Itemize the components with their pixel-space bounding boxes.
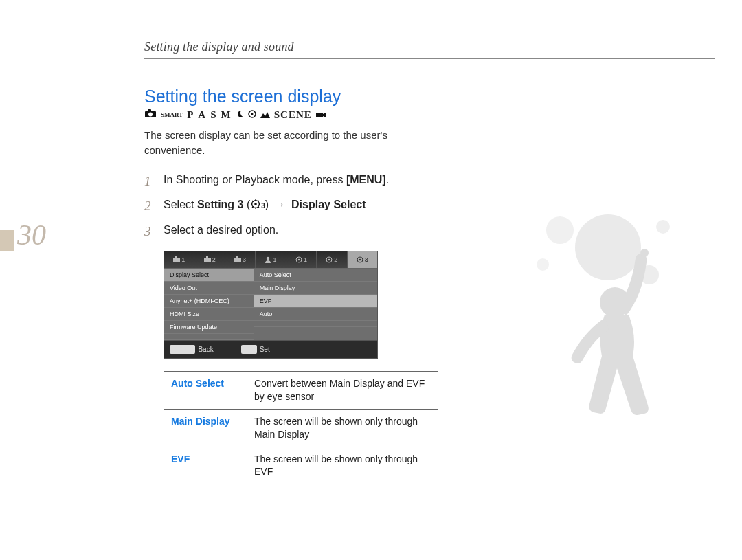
desc-cell: Convert between Main Display and EVF by …	[247, 372, 438, 410]
closeup-icon	[248, 109, 256, 121]
step-3: 3 Select a desired option.	[144, 222, 440, 242]
footer-back: MENUBack	[170, 345, 214, 354]
menu-button-ref: [MENU]	[346, 174, 386, 186]
camera-menu-tabs: 1 2 3 1 1 2 3	[164, 251, 377, 269]
menu-item: HDMI Size	[164, 308, 254, 321]
svg-point-32	[537, 258, 549, 271]
definition-table: Auto Select Convert between Main Display…	[164, 371, 438, 484]
svg-rect-16	[173, 258, 180, 262]
mode-a: A	[198, 109, 206, 121]
svg-rect-1	[148, 109, 151, 112]
svg-point-29	[575, 214, 641, 280]
camera-menu-right-col: Auto Select Main Display EVF Auto	[254, 269, 377, 340]
camera-menu-footer: MENUBack OKSet	[164, 340, 377, 358]
movie-icon	[316, 109, 326, 121]
child-silhouette-illustration	[471, 199, 718, 488]
mode-row: SMART P A S M SCENE	[144, 109, 440, 121]
tab-camera-2: 2	[194, 251, 225, 268]
desc-cell: The screen will be shown only through EV…	[247, 447, 438, 484]
camera-menu-body: Display Select Video Out Anynet+ (HDMI-C…	[164, 269, 377, 340]
steps-list: 1 In Shooting or Playback mode, press [M…	[144, 172, 440, 242]
svg-point-22	[267, 257, 269, 260]
tab-gear-1: 1	[286, 251, 317, 268]
tab-gear-3: 3	[348, 251, 377, 268]
svg-rect-19	[206, 256, 208, 258]
svg-point-30	[546, 216, 574, 244]
step-text: Select Setting 3 (3) → Display Select	[164, 197, 366, 216]
menu-item: Anynet+ (HDMI-CEC)	[164, 295, 254, 308]
menu-item	[164, 334, 254, 340]
mode-scene-label: SCENE	[274, 109, 312, 121]
svg-point-2	[148, 113, 153, 117]
term-cell: Auto Select	[164, 372, 247, 410]
menu-value	[254, 327, 377, 333]
table-row: Auto Select Convert between Main Display…	[164, 372, 438, 410]
menu-value: Main Display	[254, 282, 377, 295]
svg-rect-18	[204, 258, 211, 262]
svg-point-7	[254, 203, 257, 205]
svg-point-28	[359, 259, 361, 260]
svg-point-33	[640, 265, 659, 284]
svg-point-4	[251, 113, 253, 115]
step-number: 3	[144, 222, 155, 242]
tab-user-1: 1	[256, 251, 286, 268]
tab-camera-3: 3	[225, 251, 256, 268]
svg-point-34	[600, 287, 630, 317]
svg-point-31	[656, 220, 670, 234]
menu-item: Display Select	[164, 269, 254, 282]
svg-rect-5	[316, 113, 323, 117]
menu-item: Firmware Update	[164, 321, 254, 334]
page-number: 30	[17, 219, 46, 251]
menu-value	[254, 321, 377, 327]
term-cell: Main Display	[164, 409, 247, 447]
mode-m: M	[221, 109, 232, 121]
step-number: 2	[144, 197, 155, 216]
footer-set: OKSet	[241, 345, 270, 354]
mode-smart-label: SMART	[161, 111, 183, 118]
camera-smart-icon	[144, 109, 157, 121]
svg-point-35	[640, 249, 649, 257]
mode-p: P	[187, 109, 194, 121]
night-icon	[236, 109, 244, 121]
step-1: 1 In Shooting or Playback mode, press [M…	[144, 172, 440, 192]
menu-button-icon: MENU	[170, 345, 195, 354]
tab-gear-2: 2	[317, 251, 347, 268]
manual-page: 30 Setting the display and sound Setting…	[0, 0, 742, 560]
menu-value: EVF	[254, 295, 377, 308]
svg-rect-20	[234, 258, 241, 262]
mode-s: S	[210, 109, 216, 121]
intro-text: The screen display can be set according …	[144, 128, 440, 158]
step-2: 2 Select Setting 3 (3) → Display Select	[144, 197, 440, 216]
page-title: Setting the screen display	[144, 87, 440, 107]
camera-menu-screenshot: 1 2 3 1 1 2 3 Display Select Video Out A…	[164, 251, 378, 359]
section-tab	[0, 230, 14, 251]
desc-cell: The screen will be shown only through Ma…	[247, 409, 438, 447]
arrow-right-icon: →	[275, 199, 286, 210]
svg-rect-17	[175, 256, 177, 258]
header-rule	[144, 58, 715, 59]
svg-point-26	[328, 259, 330, 260]
svg-point-24	[298, 259, 300, 260]
term-cell: EVF	[164, 447, 247, 484]
step-number: 1	[144, 172, 155, 192]
svg-rect-21	[236, 256, 238, 258]
tab-camera-1: 1	[164, 251, 194, 268]
table-row: Main Display The screen will be shown on…	[164, 409, 438, 447]
camera-menu-left-col: Display Select Video Out Anynet+ (HDMI-C…	[164, 269, 254, 340]
landscape-icon	[260, 109, 270, 121]
menu-item: Video Out	[164, 282, 254, 295]
table-row: EVF The screen will be shown only throug…	[164, 447, 438, 484]
ok-button-icon: OK	[241, 345, 257, 354]
menu-value: Auto Select	[254, 269, 377, 282]
section-header: Setting the display and sound	[144, 40, 715, 54]
step-text: Select a desired option.	[164, 222, 278, 242]
gear-icon	[251, 197, 260, 214]
step-text: In Shooting or Playback mode, press [MEN…	[164, 172, 389, 192]
content-column: Setting the screen display SMART P A S M…	[144, 87, 440, 484]
menu-value: Auto	[254, 308, 377, 321]
